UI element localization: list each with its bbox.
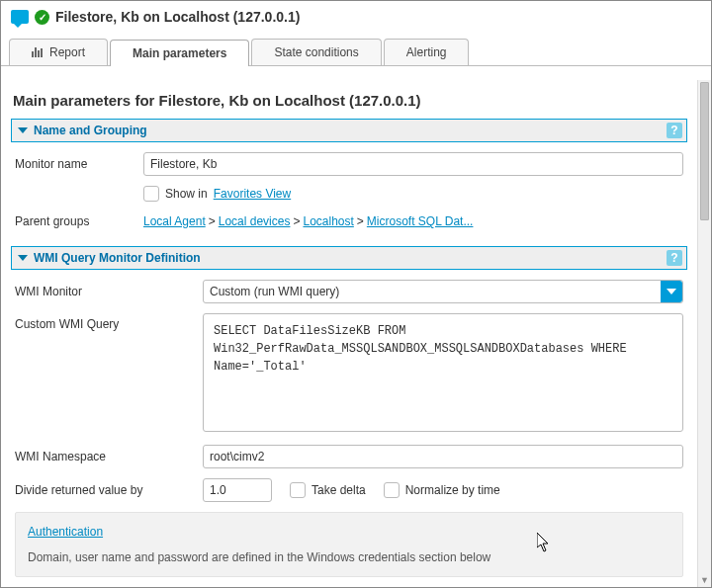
authentication-description: Domain, user name and password are defin… — [28, 550, 670, 564]
wmi-namespace-label: WMI Namespace — [15, 450, 203, 463]
help-icon[interactable]: ? — [667, 250, 682, 266]
status-ok-icon: ✓ — [35, 10, 49, 25]
show-in-label: Show in — [165, 187, 208, 201]
breadcrumb-mssql[interactable]: Microsoft SQL Dat... — [367, 214, 474, 228]
tab-report[interactable]: Report — [9, 39, 108, 65]
window: ✓ Filestore, Kb on Localhost (127.0.0.1)… — [0, 0, 712, 588]
favorites-view-link[interactable]: Favorites View — [214, 187, 291, 201]
authentication-link[interactable]: Authentication — [28, 525, 103, 539]
normalize-label: Normalize by time — [405, 483, 500, 497]
tab-state-conditions[interactable]: State conditions — [251, 39, 381, 65]
chevron-down-icon — [667, 289, 676, 294]
mouse-cursor-icon — [537, 533, 551, 552]
wmi-namespace-input[interactable] — [203, 445, 683, 468]
take-delta-label: Take delta — [312, 483, 366, 497]
breadcrumb-local-agent[interactable]: Local Agent — [143, 214, 206, 228]
monitor-name-input[interactable] — [143, 152, 683, 176]
wmi-monitor-label: WMI Monitor — [15, 285, 203, 298]
parent-groups-label: Parent groups — [15, 214, 143, 228]
section-wmi-def-header[interactable]: WMI Query Monitor Definition ? — [11, 246, 687, 270]
normalize-checkbox[interactable] — [384, 482, 400, 498]
custom-wmi-query-label: Custom WMI Query — [15, 313, 203, 331]
section-wmi-def-title: WMI Query Monitor Definition — [34, 251, 201, 265]
breadcrumb: Local Agent>Local devices>Localhost>Micr… — [143, 214, 683, 228]
section-name-grouping-header[interactable]: Name and Grouping ? — [11, 119, 687, 142]
help-icon[interactable]: ? — [667, 123, 682, 138]
tab-state-label: State conditions — [274, 45, 358, 59]
content-area: Main parameters for Filestore, Kb on Loc… — [1, 80, 711, 587]
report-icon — [32, 47, 44, 57]
divide-by-input[interactable] — [203, 478, 272, 502]
divide-by-label: Divide returned value by — [15, 483, 203, 497]
breadcrumb-local-devices[interactable]: Local devices — [219, 214, 291, 228]
scrollbar-arrow-down-icon[interactable]: ▼ — [698, 575, 711, 585]
scrollbar-thumb[interactable] — [700, 82, 709, 220]
tab-alerting[interactable]: Alerting — [384, 39, 470, 65]
section-name-grouping-title: Name and Grouping — [34, 124, 147, 137]
tab-alerting-label: Alerting — [406, 45, 447, 59]
authentication-box: Authentication Domain, user name and pas… — [15, 512, 683, 577]
scroll-pane: Main parameters for Filestore, Kb on Loc… — [1, 80, 697, 587]
titlebar: ✓ Filestore, Kb on Localhost (127.0.0.1) — [1, 1, 711, 33]
chat-icon — [11, 10, 29, 24]
take-delta-checkbox[interactable] — [290, 482, 306, 498]
breadcrumb-localhost[interactable]: Localhost — [303, 214, 353, 228]
wmi-monitor-select[interactable] — [203, 280, 683, 303]
tab-report-label: Report — [49, 45, 85, 59]
section-name-grouping-body: Monitor name Show in Favorites View — [11, 142, 687, 246]
custom-wmi-query-textarea[interactable] — [203, 313, 683, 432]
section-wmi-def-body: WMI Monitor Custom WMI Query WMI Namespa… — [11, 270, 687, 587]
chevron-down-icon — [18, 127, 28, 133]
wmi-monitor-dropdown-button[interactable] — [661, 281, 682, 302]
tab-bar: Report Main parameters State conditions … — [1, 39, 711, 66]
tab-main-parameters[interactable]: Main parameters — [110, 40, 249, 66]
show-in-checkbox[interactable] — [143, 186, 159, 202]
monitor-name-label: Monitor name — [15, 157, 143, 171]
chevron-down-icon — [18, 255, 28, 261]
tab-main-label: Main parameters — [133, 46, 226, 60]
vertical-scrollbar[interactable]: ▼ — [697, 80, 711, 587]
page-header-title: Filestore, Kb on Localhost (127.0.0.1) — [55, 9, 300, 25]
page-title: Main parameters for Filestore, Kb on Loc… — [11, 88, 687, 119]
